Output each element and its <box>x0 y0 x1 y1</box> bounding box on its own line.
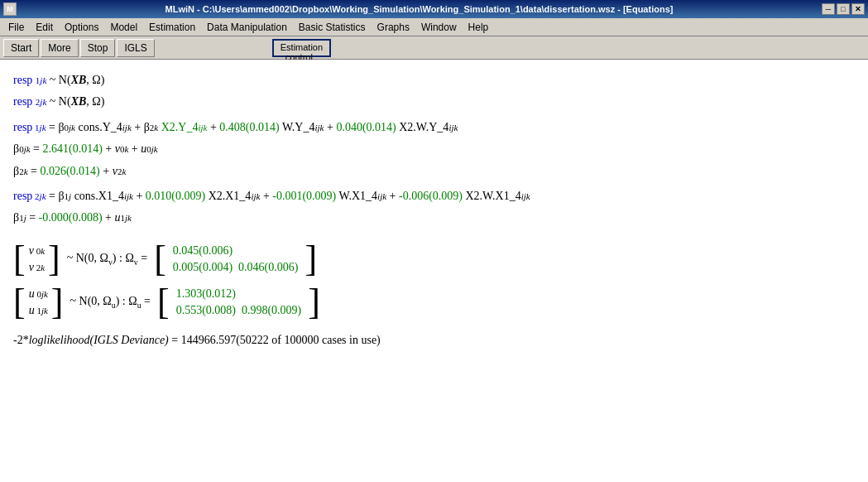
toolbar: Start More Stop IGLS Estimationcontrol.. <box>0 36 868 60</box>
eq-line-3: resp 1jk = β0jk cons.Y_4ijk + β2k X2.Y_4… <box>13 118 855 137</box>
menu-model[interactable]: Model <box>105 20 142 35</box>
menu-help[interactable]: Help <box>463 20 494 35</box>
menu-estimation[interactable]: Estimation <box>144 20 200 35</box>
eq-line-5: β2k = 0.026(0.014) + v2k <box>13 162 855 181</box>
equations-panel: resp 1jk ~ N(XB, Ω) resp 2jk ~ N(XB, Ω) … <box>0 60 868 482</box>
estimation-control-button[interactable]: Estimationcontrol.. <box>272 39 331 57</box>
menu-basic-statistics[interactable]: Basic Statistics <box>294 20 371 35</box>
eq-line-2: resp 2jk ~ N(XB, Ω) <box>13 93 855 111</box>
menu-window[interactable]: Window <box>416 20 462 35</box>
eq-line-7: β1j = -0.000(0.008) + u1jk <box>13 209 855 227</box>
v-matrix-block: [ v 0k v 2k ] ~ N(0, Ωv) : Ωv = [ 0.045(… <box>13 241 855 277</box>
menu-graphs[interactable]: Graphs <box>372 20 415 35</box>
menu-edit[interactable]: Edit <box>31 20 58 35</box>
u-matrix-block: [ u 0jk u 1jk ] ~ N(0, Ωu) : Ωu = [ 1.30… <box>13 284 855 321</box>
title-bar-buttons: ─ □ ✕ <box>822 3 865 15</box>
maximize-button[interactable]: □ <box>837 3 850 15</box>
menu-options[interactable]: Options <box>60 20 103 35</box>
title-bar-icon: M <box>3 2 17 16</box>
deviance-line: -2*loglikelihood(IGLS Deviance) = 144966… <box>13 334 855 347</box>
start-button[interactable]: Start <box>3 39 39 57</box>
igls-button[interactable]: IGLS <box>117 39 154 57</box>
eq-line-1: resp 1jk ~ N(XB, Ω) <box>13 71 855 89</box>
more-button[interactable]: More <box>41 39 78 57</box>
eq-line-4: β0jk = 2.641(0.014) + v0k + u0jk <box>13 140 855 158</box>
title-bar-text: MLwiN - C:\Users\ammed002\Dropbox\Workin… <box>17 4 822 14</box>
eq-line-6: resp 2jk = β1j cons.X1_4ijk + 0.010(0.00… <box>13 187 855 205</box>
title-bar: M MLwiN - C:\Users\ammed002\Dropbox\Work… <box>0 0 868 18</box>
close-button[interactable]: ✕ <box>851 3 865 15</box>
menu-bar: File Edit Options Model Estimation Data … <box>0 18 868 36</box>
menu-data-manipulation[interactable]: Data Manipulation <box>202 20 292 35</box>
menu-file[interactable]: File <box>3 20 29 35</box>
minimize-button[interactable]: ─ <box>822 3 835 15</box>
stop-button[interactable]: Stop <box>80 39 116 57</box>
